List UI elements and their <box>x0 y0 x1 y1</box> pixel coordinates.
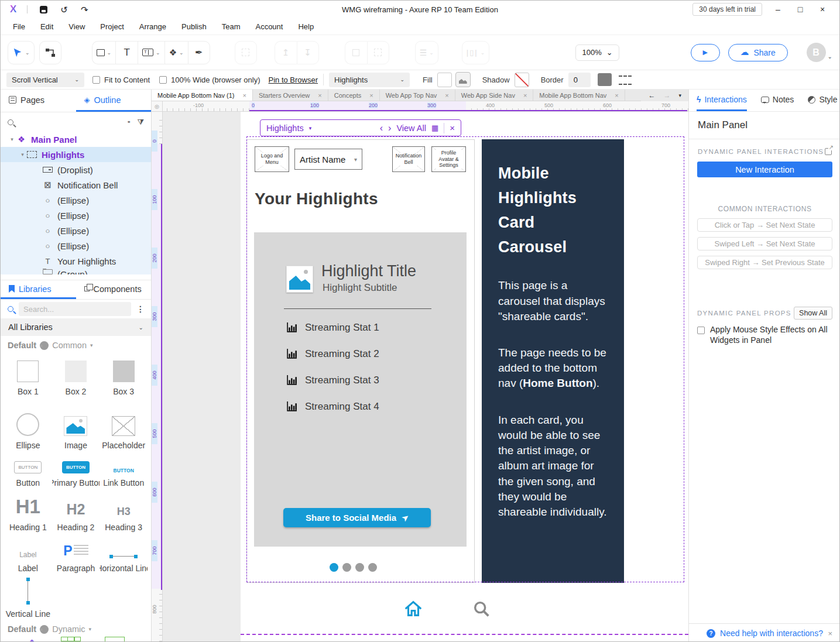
caret-down-icon[interactable]: ▾ <box>18 152 27 157</box>
redo-icon[interactable]: ↷ <box>81 5 88 14</box>
fill-color-swatch[interactable] <box>437 73 452 87</box>
outline-tree-item[interactable]: ▾ Your Highlights <box>1 253 151 269</box>
menu-item[interactable]: Account <box>248 20 290 33</box>
widget-item[interactable]: H1 Heading 1 <box>4 489 52 533</box>
widget-item[interactable]: Ellipse <box>4 397 52 451</box>
kebab-menu-icon[interactable]: ⋮ <box>136 304 145 314</box>
outline-tree-item[interactable]: ▾ Highlights <box>1 147 151 162</box>
document-tab[interactable]: Web App Top Nav × <box>380 90 455 101</box>
collapse-all-icon[interactable]: ⌄⌃ <box>126 119 131 125</box>
library-select[interactable]: All Libraries⌄ <box>1 318 151 336</box>
close-icon[interactable]: × <box>450 123 455 133</box>
notification-bell-placeholder[interactable]: Notification Bell <box>392 146 425 172</box>
artist-name-droplist[interactable]: Artist Name ▾ <box>294 149 362 170</box>
widget-item[interactable]: BUTTON Link Button <box>100 451 148 489</box>
mobile-wireframe[interactable]: Logo and Menu Artist Name ▾ Notification… <box>246 139 475 583</box>
search-icon[interactable] <box>8 119 13 125</box>
dynamic-panel-tool-button[interactable]: ❖⌄ <box>164 41 188 64</box>
zoom-select[interactable]: 100% ⌄ <box>575 44 619 61</box>
widget-item[interactable]: H2 Heading 2 <box>52 489 100 533</box>
widget-item[interactable]: Box 3 <box>100 354 148 397</box>
new-interaction-button[interactable]: New Interaction <box>697 162 832 177</box>
tab-libraries[interactable]: Libraries <box>1 280 76 299</box>
text-tool-button[interactable]: T <box>115 41 138 64</box>
rectangle-tool-button[interactable]: ⌄ <box>92 41 116 64</box>
save-icon[interactable] <box>40 6 47 13</box>
menu-item[interactable]: Project <box>92 20 131 33</box>
caret-down-icon[interactable]: ▾ <box>8 136 16 142</box>
connector-tool-button[interactable] <box>39 41 61 64</box>
filter-icon[interactable]: ⧩ <box>137 118 144 127</box>
widget-item[interactable]: BUTTON Primary Button <box>52 451 100 489</box>
external-link-icon[interactable] <box>825 148 832 155</box>
mouse-effects-checkbox-row[interactable]: Apply Mouse Style Effects on All Widgets… <box>697 325 832 345</box>
widget-item[interactable]: Placeholder <box>100 397 148 451</box>
scroll-behavior-select[interactable]: Scroll Vertical⌄ <box>6 73 84 87</box>
carousel-dot[interactable] <box>342 563 351 572</box>
outline-tree-item[interactable]: ▾ (Droplist) <box>1 162 151 177</box>
panel-state-select[interactable]: Highlights⌄ <box>329 73 410 87</box>
widget-item[interactable]: Box 1 <box>4 354 52 397</box>
widget-item[interactable]: BUTTON Button <box>4 451 52 489</box>
widget-item[interactable]: Label Label <box>4 533 52 574</box>
tab-components[interactable]: Components <box>76 280 152 299</box>
search-icon[interactable] <box>472 599 492 620</box>
outline-tree-item[interactable]: ▾ Notification Bell <box>1 177 151 193</box>
border-width-input[interactable]: 0 <box>568 73 591 87</box>
library-section-common[interactable]: Default • Common ▾ <box>1 338 151 353</box>
close-icon[interactable]: × <box>811 5 834 14</box>
tab-style[interactable]: Style <box>808 90 837 111</box>
pen-tool-button[interactable]: ✒ <box>188 41 210 64</box>
pin-to-browser-link[interactable]: Pin to Browser <box>269 75 318 84</box>
tab-close-icon[interactable]: × <box>523 92 527 99</box>
next-state-icon[interactable]: › <box>388 123 391 133</box>
outline-tree-item[interactable]: ▾ (Ellipse) <box>1 193 151 208</box>
prev-state-icon[interactable]: ‹ <box>380 123 383 133</box>
form-widget-tool-button[interactable]: ⌄ <box>138 41 164 64</box>
tab-close-icon[interactable]: × <box>615 92 618 99</box>
document-tab[interactable]: Starters Overview × <box>253 90 328 101</box>
tab-interactions[interactable]: ϟInteractions <box>697 90 747 111</box>
tab-outline[interactable]: ◈Outline <box>76 90 152 112</box>
carousel-dot[interactable] <box>368 563 377 572</box>
avatar[interactable]: B <box>807 43 826 62</box>
close-icon[interactable]: × <box>828 629 832 638</box>
widget-item[interactable]: P Paragraph <box>52 533 100 574</box>
fit-to-content-checkbox[interactable]: Fit to Content <box>92 75 150 84</box>
widget-item[interactable]: Image <box>52 397 100 451</box>
show-all-button[interactable]: Show All <box>794 307 832 320</box>
tab-close-icon[interactable]: × <box>369 92 373 99</box>
library-section-dynamic[interactable]: Default • Dynamic ▾ <box>1 622 151 637</box>
tab-close-icon[interactable]: × <box>318 92 321 99</box>
preview-button[interactable]: ▶ <box>691 44 720 61</box>
panel-state-label[interactable]: Highlights <box>266 123 304 133</box>
border-color-swatch[interactable] <box>598 73 612 86</box>
share-button[interactable]: ☁ Share <box>728 44 788 61</box>
menu-item[interactable]: File <box>5 20 33 33</box>
widget-item[interactable]: Vertical Line <box>4 574 52 620</box>
fill-image-button[interactable] <box>455 72 471 87</box>
border-style-button[interactable] <box>619 75 632 85</box>
menu-item[interactable]: Publish <box>174 20 214 33</box>
menu-item[interactable]: Arrange <box>132 20 174 33</box>
common-interaction-button[interactable]: Click or Tap → Set Next State <box>697 218 832 232</box>
profile-avatar-placeholder[interactable]: Profile Avatar & Settings <box>431 146 466 172</box>
logo-menu-placeholder[interactable]: Logo and Menu <box>255 146 289 172</box>
minimize-icon[interactable]: – <box>767 5 789 14</box>
select-tool-button[interactable]: ⌄ <box>8 41 35 64</box>
tab-close-icon[interactable]: × <box>445 92 448 99</box>
outline-tree-item[interactable]: ▾ (Ellipse) <box>1 223 151 238</box>
document-tab[interactable]: Concepts × <box>328 90 380 101</box>
tab-notes[interactable]: Notes <box>761 90 794 111</box>
carousel-dot[interactable] <box>330 563 338 572</box>
grid-view-icon[interactable]: ▦ <box>431 123 438 132</box>
library-search-input[interactable] <box>19 302 131 316</box>
share-to-social-button[interactable]: Share to Social Media ➤ <box>283 508 431 527</box>
outline-tree-item[interactable]: ▾ (Group) <box>1 269 151 274</box>
widget-item[interactable]: H3 Heading 3 <box>100 489 148 533</box>
widget-item[interactable]: Horizontal Line <box>100 533 148 574</box>
outline-tree-item[interactable]: ▾ Main Panel <box>1 132 151 147</box>
tab-pages[interactable]: Pages <box>1 90 76 112</box>
outline-tree-item[interactable]: ▾ (Ellipse) <box>1 208 151 223</box>
chevron-down-icon[interactable]: ⌄ <box>828 53 832 60</box>
